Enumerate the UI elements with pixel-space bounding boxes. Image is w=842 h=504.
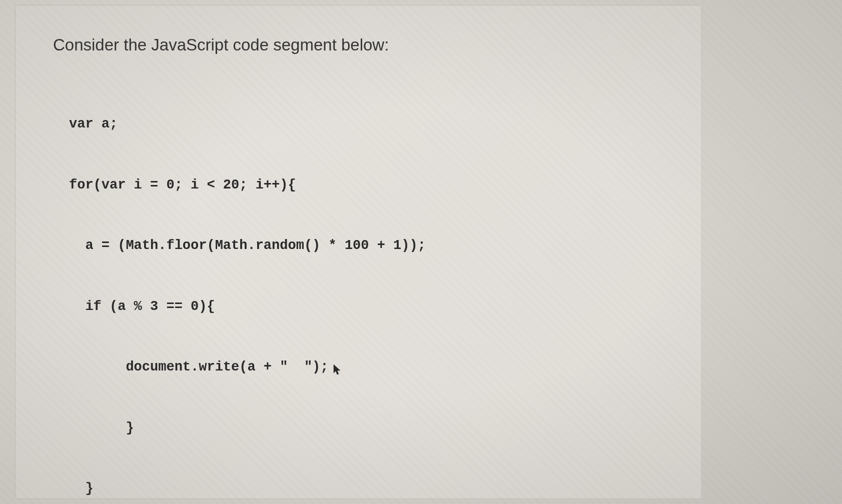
page-container: Consider the JavaScript code segment bel… xyxy=(0,0,842,504)
question-prompt: Consider the JavaScript code segment bel… xyxy=(53,36,669,54)
code-line: document.write(a + " "); xyxy=(69,357,669,378)
cursor-icon xyxy=(333,362,341,372)
code-block: var a; for(var i = 0; i < 20; i++){ a = … xyxy=(69,74,669,504)
code-line: if (a % 3 == 0){ xyxy=(69,296,669,317)
question-box: Consider the JavaScript code segment bel… xyxy=(15,5,702,499)
code-line: a = (Math.floor(Math.random() * 100 + 1)… xyxy=(69,236,669,256)
code-line: } xyxy=(69,478,669,499)
code-line: for(var i = 0; i < 20; i++){ xyxy=(69,175,669,196)
code-line: var a; xyxy=(69,114,669,134)
code-line: } xyxy=(69,418,669,438)
